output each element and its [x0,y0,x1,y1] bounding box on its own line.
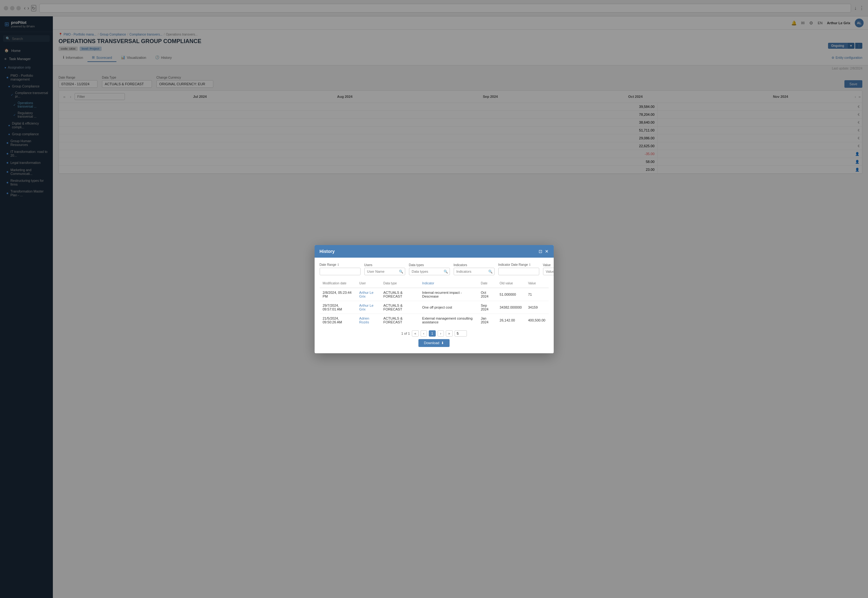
pagination: 1 of 1 « ‹ 1 › » 5 10 20 50 [320,330,549,336]
download-area: Download ⬇ [320,339,549,347]
cell-data-type-2: ACTUALS & FORECAST [380,314,419,326]
modal-close-button[interactable]: ✕ [545,249,549,254]
date-range-info-icon: ℹ [338,263,339,267]
col-modification-date: Modification date [320,279,356,288]
search-icon-indicators: 🔍 [488,269,493,274]
history-indicator-date-range-input[interactable] [498,268,539,275]
history-data-types-input-wrapper: 🔍 [409,268,450,275]
pagination-page-1[interactable]: 1 [429,330,436,336]
history-indicator-date-range-group: Indicator Date Range ℹ [498,263,539,275]
cell-user-1[interactable]: Arthur Le Grix [356,301,380,314]
col-old-value: Old value [496,279,525,288]
history-value-input-wrapper: 🔍 [543,268,554,275]
history-indicator-date-range-label: Indicator Date Range ℹ [498,263,539,267]
history-users-label: Users [364,263,405,267]
pagination-next[interactable]: › [438,330,444,336]
cell-mod-date-0: 2/8/2024, 05:23:44 PM [320,288,356,301]
modal-title: History [320,249,335,254]
history-table-row-1: 29/7/2024, 09:57:01 AM Arthur Le Grix AC… [320,301,549,314]
cell-data-type-1: ACTUALS & FORECAST [380,301,419,314]
cell-indicator-2: External management consulting assistanc… [419,314,478,326]
cell-date-0: Oct 2024 [478,288,496,301]
history-data-types-label: Data types [409,263,450,267]
cell-mod-date-1: 29/7/2024, 09:57:01 AM [320,301,356,314]
history-modal: History ⊡ ✕ Date Range ℹ Use [315,245,554,353]
cell-mod-date-2: 21/5/2024, 09:50:26 AM [320,314,356,326]
download-icon: ⬇ [441,341,444,345]
col-indicator: Indicator [419,279,478,288]
cell-indicator-1: One off project cost [419,301,478,314]
history-date-range-label: Date Range ℹ [320,263,360,267]
modal-header-actions: ⊡ ✕ [539,249,549,254]
cell-date-1: Sep 2024 [478,301,496,314]
cell-indicator-0: Internal recurrent impact - Descrease [419,288,478,301]
col-value: Value [525,279,548,288]
col-date: Date [478,279,496,288]
history-indicators-label: Indicators [454,263,495,267]
cell-data-type-0: ACTUALS & FORECAST [380,288,419,301]
history-filters: Date Range ℹ Users 🔍 Data types [320,263,549,275]
history-users-group: Users 🔍 [364,263,405,275]
history-users-input-wrapper: 🔍 [364,268,405,275]
history-data-types-group: Data types 🔍 [409,263,450,275]
modal-overlay[interactable]: History ⊡ ✕ Date Range ℹ Use [0,0,868,598]
cell-old-value-1: 34382.000000 [496,301,525,314]
pagination-first[interactable]: « [412,330,419,336]
pagination-last[interactable]: » [446,330,453,336]
history-indicators-group: Indicators 🔍 [454,263,495,275]
pagination-prev[interactable]: ‹ [421,330,427,336]
cell-value-1: 34159 [525,301,548,314]
cell-value-2: 400,500.00 [525,314,548,326]
history-table-header-row: Modification date User Data type Indicat… [320,279,549,288]
cell-old-value-0: 51.000000 [496,288,525,301]
history-table: Modification date User Data type Indicat… [320,279,549,326]
history-indicators-input-wrapper: 🔍 [454,268,495,275]
history-value-input[interactable] [543,268,554,275]
modal-body: Date Range ℹ Users 🔍 Data types [315,258,554,353]
indicator-date-info-icon: ℹ [529,263,530,267]
search-icon-users: 🔍 [399,269,403,274]
history-table-row-2: 21/5/2024, 09:50:26 AM Adrien Rozès ACTU… [320,314,549,326]
modal-header: History ⊡ ✕ [315,245,554,258]
col-data-type: Data type [380,279,419,288]
history-value-label: Value [543,263,554,267]
history-date-range-input[interactable] [320,268,360,275]
cell-user-0[interactable]: Arthur Le Grix [356,288,380,301]
search-icon-data-types: 🔍 [444,269,448,274]
download-button[interactable]: Download ⬇ [418,339,450,347]
history-table-row-0: 2/8/2024, 05:23:44 PM Arthur Le Grix ACT… [320,288,549,301]
cell-value-0: 71 [525,288,548,301]
modal-resize-button[interactable]: ⊡ [539,249,542,254]
col-user: User [356,279,380,288]
cell-date-2: Jan 2024 [478,314,496,326]
pagination-info: 1 of 1 [401,332,410,335]
cell-user-2[interactable]: Adrien Rozès [356,314,380,326]
history-value-group: Value 🔍 [543,263,554,275]
history-date-range-group: Date Range ℹ [320,263,360,275]
cell-old-value-2: 26,142.00 [496,314,525,326]
pagination-per-page[interactable]: 5 10 20 50 [455,330,467,336]
